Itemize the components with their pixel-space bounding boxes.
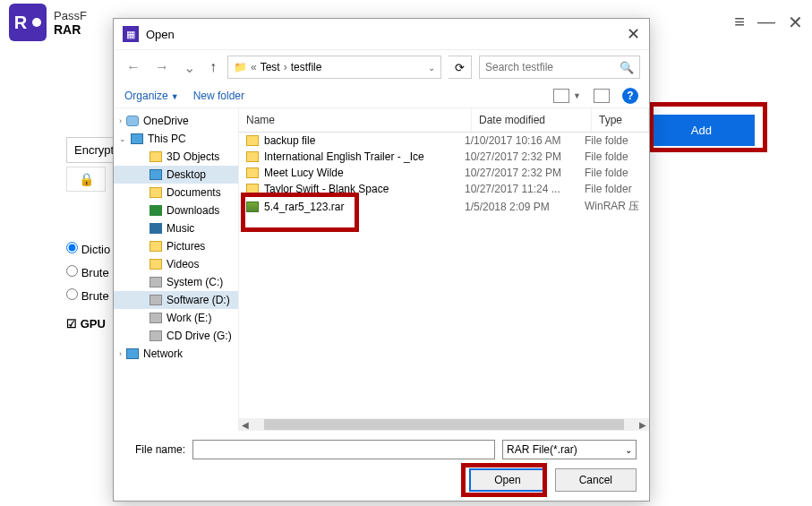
dialog-title: Open [146, 28, 175, 41]
monitor-icon [150, 169, 162, 180]
folder-icon [150, 241, 162, 252]
app-subtitle: RAR [54, 22, 87, 37]
open-button[interactable]: Open [469, 468, 545, 492]
nav-forward-button: → [151, 59, 173, 75]
file-row[interactable]: Taylor Swift - Blank Space10/27/2017 11:… [239, 181, 649, 197]
file-row[interactable]: 5.4_rar5_123.rar1/5/2018 2:09 PMWinRAR 压 [239, 197, 649, 216]
drive-icon [150, 277, 162, 287]
preview-pane-button[interactable] [594, 89, 610, 103]
folder-icon [246, 167, 259, 178]
app-name: PassF [54, 9, 87, 22]
folder-icon [246, 151, 259, 162]
folder-tree[interactable]: ›OneDrive⌄This PC3D ObjectsDesktopDocume… [114, 108, 239, 431]
refresh-button[interactable]: ⟳ [449, 56, 472, 79]
tree-item-cd-drive-g-[interactable]: CD Drive (G:) [114, 327, 238, 345]
drive-icon [150, 313, 162, 323]
breadcrumb[interactable]: 📁 « Test › testfile ⌄ [227, 56, 441, 79]
new-folder-button[interactable]: New folder [193, 90, 244, 102]
tree-item-desktop[interactable]: Desktop [114, 166, 238, 184]
nav-back-button[interactable]: ← [123, 59, 144, 75]
tree-item-3d-objects[interactable]: 3D Objects [114, 148, 238, 166]
lock-icon: 🔒 [66, 167, 106, 192]
folder-icon [150, 187, 162, 198]
tree-item-software-d-[interactable]: Software (D:) [114, 291, 238, 309]
app-logo: R [9, 4, 47, 41]
filename-input[interactable] [192, 440, 495, 459]
encrypted-label: Encrypt [66, 137, 120, 163]
drive-icon [150, 295, 162, 305]
tree-item-onedrive[interactable]: ›OneDrive [114, 112, 238, 130]
chevron-down-icon[interactable]: ⌄ [180, 59, 199, 76]
cancel-button[interactable]: Cancel [555, 468, 637, 492]
help-button[interactable]: ? [622, 88, 638, 104]
archive-icon [246, 202, 259, 212]
horizontal-scrollbar[interactable]: ◀▶ [239, 418, 649, 431]
tree-item-system-c-[interactable]: System (C:) [114, 273, 238, 291]
folder-icon [150, 151, 162, 162]
dialog-close-button[interactable]: ✕ [627, 24, 640, 44]
nav-up-button[interactable]: ↑ [206, 59, 220, 75]
tree-item-network[interactable]: ›Network [114, 345, 238, 363]
organize-menu[interactable]: Organize▼ [124, 90, 179, 102]
filetype-filter[interactable]: RAR File(*.rar)⌄ [502, 440, 637, 459]
music-icon [150, 223, 162, 234]
filename-label: File name: [126, 443, 185, 456]
file-row[interactable]: backup file1/10/2017 10:16 AMFile folde [239, 133, 649, 149]
breadcrumb-seg-testfile[interactable]: testfile [291, 61, 322, 73]
folder-icon [246, 135, 259, 146]
tree-item-work-e-[interactable]: Work (E:) [114, 309, 238, 327]
add-highlight [649, 102, 767, 152]
tree-item-music[interactable]: Music [114, 219, 238, 237]
file-row[interactable]: Meet Lucy Wilde10/27/2017 2:32 PMFile fo… [239, 165, 649, 181]
monitor-icon [131, 133, 143, 144]
hamburger-icon[interactable]: ≡ [734, 12, 745, 33]
cloud-icon [126, 116, 139, 126]
minimize-button[interactable]: — [757, 12, 775, 33]
tree-item-this-pc[interactable]: ⌄This PC [114, 130, 238, 148]
column-type[interactable]: Type [592, 108, 649, 132]
monitor-icon [126, 348, 139, 359]
breadcrumb-seg-test[interactable]: Test [261, 61, 280, 73]
tree-item-pictures[interactable]: Pictures [114, 237, 238, 255]
drive-icon [150, 330, 162, 341]
dialog-icon: ▦ [123, 26, 139, 42]
tree-item-documents[interactable]: Documents [114, 184, 238, 202]
search-input[interactable]: 🔍 [479, 56, 640, 79]
column-name[interactable]: Name [239, 108, 472, 132]
view-options-button[interactable] [553, 89, 569, 103]
close-button[interactable]: ✕ [788, 12, 803, 33]
open-dialog: ▦ Open ✕ ← → ⌄ ↑ 📁 « Test › testfile ⌄ ⟳… [113, 18, 650, 502]
search-icon[interactable]: 🔍 [620, 61, 634, 74]
down-icon [150, 205, 162, 216]
column-date[interactable]: Date modified [472, 108, 592, 132]
tree-item-videos[interactable]: Videos [114, 255, 238, 273]
folder-icon [246, 184, 259, 194]
folder-icon [150, 259, 162, 270]
tree-item-downloads[interactable]: Downloads [114, 202, 238, 219]
file-row[interactable]: International English Trailer - _Ice10/2… [239, 149, 649, 165]
